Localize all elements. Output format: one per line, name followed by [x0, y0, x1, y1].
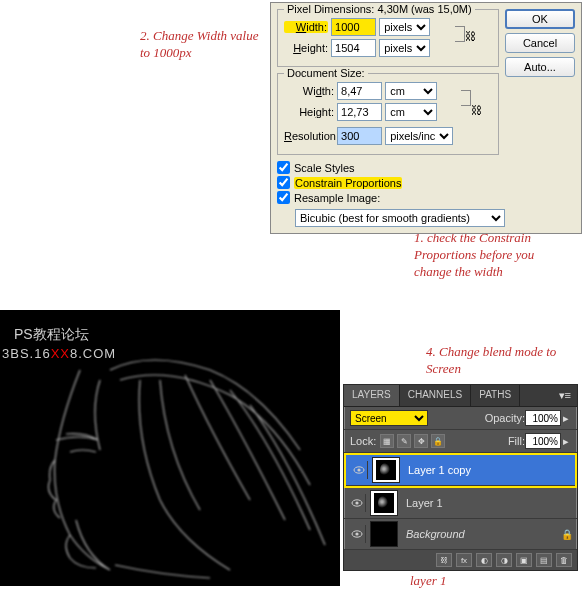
artwork-preview: PS教程论坛 3BS.16XX8.COM: [0, 310, 340, 586]
layer-name: Background: [406, 528, 465, 540]
pixel-dimensions-group: Pixel Dimensions: 4,30M (was 15,0M) Widt…: [277, 9, 499, 67]
height-label: Height:: [284, 42, 328, 54]
resolution-input[interactable]: [337, 127, 382, 145]
resample-checkbox[interactable]: Resample Image:: [277, 191, 575, 204]
fx-icon[interactable]: fx: [456, 553, 472, 567]
opacity-input[interactable]: [525, 410, 561, 426]
svg-point-6: [355, 532, 358, 535]
constrain-proportions-checkbox[interactable]: Constrain Proportions: [277, 176, 575, 189]
doc-width-unit-select[interactable]: cm: [385, 82, 437, 100]
chain-icon: ⛓: [470, 104, 482, 116]
chain-icon: ⛓: [464, 30, 476, 42]
height-input[interactable]: [331, 39, 376, 57]
scale-styles-check[interactable]: [277, 161, 290, 174]
constrain-check[interactable]: [277, 176, 290, 189]
annotation-1: 1. check the Constrain Proportions befor…: [414, 230, 574, 281]
ok-button[interactable]: OK: [505, 9, 575, 29]
svg-point-4: [355, 501, 358, 504]
doc-width-input[interactable]: [337, 82, 382, 100]
layer-thumbnail[interactable]: [370, 521, 398, 547]
doc-height-input[interactable]: [337, 103, 382, 121]
document-size-label: Document Size:: [284, 67, 368, 79]
group-icon[interactable]: ▣: [516, 553, 532, 567]
visibility-toggle[interactable]: [348, 525, 366, 543]
delete-icon[interactable]: 🗑: [556, 553, 572, 567]
layer-list: Layer 1 copy: [344, 453, 577, 488]
cancel-button[interactable]: Cancel: [505, 33, 575, 53]
width-label: Width:: [284, 21, 328, 33]
lock-icon: 🔒: [561, 529, 573, 540]
layer-row[interactable]: Layer 1 copy: [346, 455, 575, 486]
lock-label: Lock:: [350, 435, 376, 447]
lock-transparency-icon[interactable]: ▦: [380, 434, 394, 448]
dialog-buttons: OK Cancel Auto...: [505, 9, 575, 81]
tab-layers[interactable]: LAYERS: [344, 385, 400, 406]
blend-mode-select[interactable]: Screen: [350, 410, 428, 426]
lock-position-icon[interactable]: ✥: [414, 434, 428, 448]
layer-row[interactable]: Background 🔒: [344, 519, 577, 550]
panel-menu-icon[interactable]: ▾≡: [553, 385, 577, 406]
width-unit-select[interactable]: pixels: [379, 18, 430, 36]
doc-width-label: Width:: [284, 85, 334, 97]
fill-flyout-icon[interactable]: ▸: [561, 435, 571, 448]
resample-check[interactable]: [277, 191, 290, 204]
adjustment-icon[interactable]: ◑: [496, 553, 512, 567]
resample-label: Resample Image:: [294, 192, 380, 204]
layer-thumbnail[interactable]: [370, 490, 398, 516]
scale-styles-label: Scale Styles: [294, 162, 355, 174]
fill-input[interactable]: [525, 433, 561, 449]
opacity-label: Opacity:: [485, 412, 525, 424]
layer-row[interactable]: Layer 1: [344, 488, 577, 519]
tab-channels[interactable]: CHANNELS: [400, 385, 471, 406]
visibility-toggle[interactable]: [350, 461, 368, 479]
watermark-line2: 3BS.16XX8.COM: [2, 346, 116, 361]
visibility-toggle[interactable]: [348, 494, 366, 512]
width-input[interactable]: [331, 18, 376, 36]
blend-opacity-row: Screen Opacity: ▸: [344, 407, 577, 430]
new-layer-icon[interactable]: ▤: [536, 553, 552, 567]
annotation-4: 4. Change blend mode to Screen: [426, 344, 576, 378]
resolution-unit-select[interactable]: pixels/inch: [385, 127, 453, 145]
tab-paths[interactable]: PATHS: [471, 385, 520, 406]
watermark-line1: PS教程论坛: [14, 326, 89, 344]
layer-footer: ⛓ fx ◐ ◑ ▣ ▤ 🗑: [344, 550, 577, 570]
resample-method-select[interactable]: Bicubic (best for smooth gradients): [295, 209, 505, 227]
lock-icons: ▦ ✎ ✥ 🔒: [380, 434, 445, 448]
pixel-dimensions-label: Pixel Dimensions: 4,30M (was 15,0M): [284, 3, 475, 15]
image-size-dialog: OK Cancel Auto... Pixel Dimensions: 4,30…: [270, 2, 582, 234]
scale-styles-checkbox[interactable]: Scale Styles: [277, 161, 575, 174]
fill-label: Fill:: [508, 435, 525, 447]
layer-thumbnail[interactable]: [372, 457, 400, 483]
lock-pixels-icon[interactable]: ✎: [397, 434, 411, 448]
doc-height-label: Height:: [284, 106, 334, 118]
opacity-flyout-icon[interactable]: ▸: [561, 412, 571, 425]
height-unit-select[interactable]: pixels: [379, 39, 430, 57]
svg-point-2: [357, 468, 360, 471]
document-size-group: Document Size: Width: cm ⛓ Height: cm Re…: [277, 73, 499, 155]
mask-icon[interactable]: ◐: [476, 553, 492, 567]
link-layers-icon[interactable]: ⛓: [436, 553, 452, 567]
lock-fill-row: Lock: ▦ ✎ ✥ 🔒 Fill: ▸: [344, 430, 577, 453]
constrain-label: Constrain Proportions: [294, 177, 402, 189]
panel-tabs: LAYERS CHANNELS PATHS ▾≡: [344, 385, 577, 407]
layers-panel: LAYERS CHANNELS PATHS ▾≡ Screen Opacity:…: [343, 384, 578, 571]
doc-height-unit-select[interactable]: cm: [385, 103, 437, 121]
resolution-label: Resolution:: [284, 130, 334, 142]
auto-button[interactable]: Auto...: [505, 57, 575, 77]
lock-all-icon[interactable]: 🔒: [431, 434, 445, 448]
layer-name: Layer 1: [406, 497, 443, 509]
annotation-2: 2. Change Width value to 1000px: [140, 28, 260, 62]
layer-name: Layer 1 copy: [408, 464, 471, 476]
